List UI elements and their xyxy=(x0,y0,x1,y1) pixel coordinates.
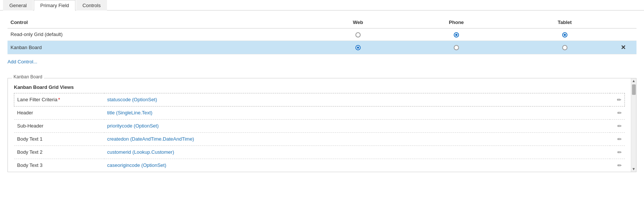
kanban-row-lane-filter: Lane Filter Criteria* statuscode (Option… xyxy=(14,93,625,106)
tab-bar: General Primary Field Controls xyxy=(0,0,644,10)
radio-icon[interactable] xyxy=(454,32,459,38)
radio-icon[interactable] xyxy=(562,32,567,38)
kanban-row-header: Header title (SingleLine.Text) ✏ xyxy=(14,106,625,119)
tab-primary-field[interactable]: Primary Field xyxy=(34,0,75,10)
col-header-phone: Phone xyxy=(401,16,512,28)
edit-icon[interactable]: ✏ xyxy=(617,123,622,129)
main-content: Control Web Phone Tablet Read-only Grid … xyxy=(0,10,644,178)
scroll-down-button[interactable]: ▼ xyxy=(632,167,636,171)
radio-readonly-web[interactable] xyxy=(315,28,401,41)
kanban-legend: Kanban Board xyxy=(12,74,44,80)
kanban-grid: Lane Filter Criteria* statuscode (Option… xyxy=(14,93,625,172)
tab-general[interactable]: General xyxy=(3,0,33,10)
radio-readonly-tablet[interactable] xyxy=(512,28,618,41)
required-indicator: * xyxy=(58,97,60,102)
scroll-track xyxy=(632,83,636,167)
col-header-tablet: Tablet xyxy=(512,16,618,28)
edit-lane-filter[interactable]: ✏ xyxy=(610,93,625,106)
col-header-web: Web xyxy=(315,16,401,28)
field-value-body3: caseorigincode (OptionSet) xyxy=(104,159,610,172)
field-label-lane-filter: Lane Filter Criteria* xyxy=(14,93,104,106)
col-header-control: Control xyxy=(8,16,315,28)
kanban-row-body1: Body Text 1 createdon (DateAndTime.DateA… xyxy=(14,132,625,146)
actions-readonly xyxy=(618,28,636,41)
radio-icon[interactable] xyxy=(355,45,361,50)
edit-icon[interactable]: ✏ xyxy=(617,136,622,142)
delete-kanban-cell: ✕ xyxy=(618,40,636,54)
field-label-body1: Body Text 1 xyxy=(14,132,104,146)
table-row: Read-only Grid (default) xyxy=(8,28,636,41)
field-label-subheader: Sub-Header xyxy=(14,119,104,132)
radio-kanban-phone[interactable] xyxy=(401,40,512,54)
radio-icon[interactable] xyxy=(355,32,361,38)
field-value-body1: createdon (DateAndTime.DateAndTime) xyxy=(104,132,610,146)
field-label-body3: Body Text 3 xyxy=(14,159,104,172)
field-value-body2: customerid (Lookup.Customer) xyxy=(104,146,610,159)
scroll-up-button[interactable]: ▲ xyxy=(632,79,636,83)
control-name-readonly: Read-only Grid (default) xyxy=(8,28,315,41)
edit-icon[interactable]: ✏ xyxy=(617,97,621,103)
kanban-row-body2: Body Text 2 customerid (Lookup.Customer)… xyxy=(14,146,625,159)
edit-subheader[interactable]: ✏ xyxy=(610,119,625,132)
edit-body3[interactable]: ✏ xyxy=(610,159,625,172)
table-row[interactable]: Kanban Board ✕ xyxy=(8,40,636,54)
kanban-section-title: Kanban Board Grid Views xyxy=(14,84,625,90)
kanban-scrollbar: ▲ ▼ xyxy=(631,78,636,172)
radio-icon[interactable] xyxy=(562,45,567,50)
edit-icon[interactable]: ✏ xyxy=(617,162,622,168)
radio-icon[interactable] xyxy=(454,45,459,50)
radio-readonly-phone[interactable] xyxy=(401,28,512,41)
control-name-kanban: Kanban Board xyxy=(8,40,315,54)
edit-icon[interactable]: ✏ xyxy=(617,149,622,155)
edit-body2[interactable]: ✏ xyxy=(610,146,625,159)
edit-header[interactable]: ✏ xyxy=(610,106,625,119)
kanban-section: Kanban Board Kanban Board Grid Views Lan… xyxy=(8,78,636,172)
tab-controls[interactable]: Controls xyxy=(76,0,107,10)
scroll-thumb[interactable] xyxy=(632,84,636,95)
controls-table: Control Web Phone Tablet Read-only Grid … xyxy=(8,16,636,54)
field-value-lane-filter: statuscode (OptionSet) xyxy=(104,93,610,106)
radio-kanban-tablet[interactable] xyxy=(512,40,618,54)
col-header-actions xyxy=(618,16,636,28)
add-control-link[interactable]: Add Control... xyxy=(8,57,38,66)
edit-icon[interactable]: ✏ xyxy=(617,110,622,116)
radio-kanban-web[interactable] xyxy=(315,40,401,54)
field-value-subheader: prioritycode (OptionSet) xyxy=(104,119,610,132)
delete-kanban-button[interactable]: ✕ xyxy=(621,44,626,51)
field-label-header: Header xyxy=(14,106,104,119)
field-label-body2: Body Text 2 xyxy=(14,146,104,159)
field-value-header: title (SingleLine.Text) xyxy=(104,106,610,119)
edit-body1[interactable]: ✏ xyxy=(610,132,625,146)
kanban-row-body3: Body Text 3 caseorigincode (OptionSet) ✏ xyxy=(14,159,625,172)
kanban-row-subheader: Sub-Header prioritycode (OptionSet) ✏ xyxy=(14,119,625,132)
